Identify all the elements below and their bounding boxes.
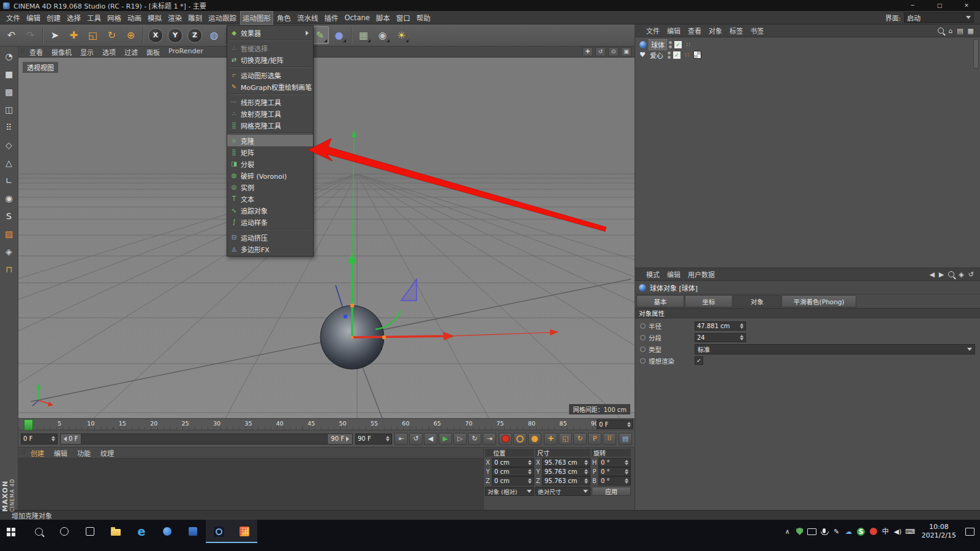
object-name[interactable]: 球体: [649, 40, 666, 50]
material-menu-item[interactable]: 编辑: [49, 448, 72, 458]
record-parameter-button[interactable]: P: [588, 433, 601, 445]
rotation-p-field[interactable]: 0 °: [598, 467, 631, 476]
next-frame-button[interactable]: ▷: [453, 433, 467, 445]
stepper-icon[interactable]: [526, 478, 532, 484]
goto-end-button[interactable]: ⇥: [483, 433, 496, 445]
environment-palette-button[interactable]: ▦: [355, 26, 372, 44]
menu-item[interactable]: ⠶克隆: [227, 135, 313, 146]
edge-button[interactable]: e: [129, 520, 154, 543]
menubar-item[interactable]: 流水线: [295, 11, 321, 24]
animation-dot[interactable]: [640, 358, 646, 364]
menu-item[interactable]: ⠖运动图形选集: [227, 69, 313, 81]
record-scale-button[interactable]: ◱: [559, 433, 572, 445]
object-list-scrollbar[interactable]: [973, 39, 979, 69]
viewport-menu-item[interactable]: 选项: [98, 47, 120, 57]
stepper-icon[interactable]: [582, 478, 588, 484]
range-start-grip[interactable]: 0 F: [61, 434, 81, 444]
end-frame-field[interactable]: 90 F: [355, 433, 392, 444]
x-axis-lock-button[interactable]: X: [148, 28, 163, 43]
size-mode-dropdown[interactable]: 绝对尺寸: [535, 487, 590, 496]
record-point-level-button[interactable]: ⠿: [603, 433, 616, 445]
menu-item[interactable]: ◎实例: [227, 181, 313, 193]
undo-button[interactable]: ↶: [2, 26, 20, 44]
stepper-icon[interactable]: [625, 422, 631, 427]
cortana-button[interactable]: [51, 520, 77, 543]
interface-dropdown[interactable]: 启动: [904, 12, 974, 23]
menubar-item[interactable]: 编辑: [24, 11, 43, 24]
z-axis-lock-button[interactable]: Z: [187, 28, 202, 43]
object-name[interactable]: 爱心: [648, 50, 665, 60]
radius-field[interactable]: 47.881 cm: [695, 321, 746, 331]
pan-view-button[interactable]: ✚: [582, 47, 593, 56]
menubar-item[interactable]: 动画: [125, 11, 144, 24]
stepper-icon[interactable]: [623, 478, 628, 484]
move-button[interactable]: ✚: [65, 26, 83, 44]
stepper-icon[interactable]: [738, 323, 744, 329]
size-z-field[interactable]: 95.763 cm: [542, 476, 590, 485]
file-explorer-button[interactable]: [103, 520, 129, 543]
viewport-menu-item[interactable]: 过滤: [120, 47, 142, 57]
segments-field[interactable]: 24: [695, 333, 746, 342]
timeline-scrubber[interactable]: 0 F 90 F: [60, 433, 353, 444]
render-enable-tag[interactable]: ✓: [673, 51, 680, 59]
stepper-icon[interactable]: [384, 436, 390, 441]
record-options-button[interactable]: [528, 433, 541, 445]
visibility-dots[interactable]: [668, 51, 671, 59]
taskbar-clock[interactable]: 10:08 2021/2/15: [916, 523, 962, 540]
menubar-item[interactable]: 角色: [274, 11, 293, 24]
spline-palette-button[interactable]: ✎: [311, 26, 329, 44]
texture-mode-button[interactable]: ▩: [2, 85, 17, 99]
object-manager-menu-item[interactable]: 查看: [684, 26, 705, 36]
render-visibility-dot[interactable]: [669, 45, 672, 48]
y-axis-lock-button[interactable]: Y: [168, 28, 183, 43]
attribute-tab[interactable]: 基本: [636, 295, 684, 307]
object-row[interactable]: ♥爱心✓∷: [635, 50, 980, 60]
record-position-button[interactable]: ✚: [544, 433, 557, 445]
menubar-item[interactable]: 脚本: [374, 11, 393, 24]
cinema4d-app-button[interactable]: [206, 520, 232, 543]
tray-shield-button[interactable]: [794, 520, 806, 543]
menu-item[interactable]: ⣿网格克隆工具: [227, 119, 313, 131]
autokey-button[interactable]: [513, 433, 527, 445]
zoom-view-button[interactable]: ⊙: [608, 47, 619, 56]
animation-dot[interactable]: [640, 335, 646, 340]
close-button[interactable]: ✕: [953, 0, 980, 11]
render-perfect-checkbox[interactable]: [695, 356, 703, 365]
object-list[interactable]: 球体✓∷♥爱心✓∷: [635, 37, 980, 268]
stepper-icon[interactable]: [50, 436, 55, 441]
menu-item[interactable]: ∴暂缓选择: [227, 42, 313, 54]
position-y-field[interactable]: 0 cm: [492, 467, 534, 476]
menubar-item[interactable]: 创建: [44, 11, 63, 24]
attribute-menu-item[interactable]: 编辑: [663, 269, 684, 279]
goto-start-button[interactable]: ⇤: [394, 433, 408, 445]
coordinate-system-button[interactable]: ◍: [205, 26, 223, 44]
points-mode-button[interactable]: ⠿: [2, 121, 17, 134]
camera-palette-button[interactable]: ◉: [374, 26, 391, 44]
play-reverse-button[interactable]: ↺: [409, 433, 423, 445]
tray-cloud-button[interactable]: ☁: [843, 520, 855, 543]
menu-item[interactable]: ◆效果器: [227, 27, 313, 39]
stepper-icon[interactable]: [526, 460, 532, 465]
menu-item[interactable]: ∿追踪对象: [227, 204, 313, 216]
stepper-icon[interactable]: [623, 460, 628, 465]
object-row[interactable]: 球体✓∷: [635, 39, 980, 50]
attribute-menu-item[interactable]: 模式: [643, 269, 663, 279]
menubar-item[interactable]: 网格: [105, 11, 124, 24]
attribute-tab[interactable]: 平滑着色(Phong): [782, 295, 856, 307]
rotation-b-field[interactable]: 0 °: [598, 476, 631, 485]
object-manager-menu-item[interactable]: 书签: [747, 26, 767, 36]
attribute-tab[interactable]: 对象: [733, 295, 781, 307]
current-frame-field[interactable]: 0 F: [21, 433, 58, 444]
menubar-item[interactable]: 窗口: [394, 11, 413, 24]
tray-mic-button[interactable]: [818, 520, 831, 543]
y-handle-arrowhead[interactable]: [348, 252, 356, 263]
editor-visibility-dot[interactable]: [668, 51, 671, 54]
viewport-menu-item[interactable]: 查看: [25, 47, 47, 57]
make-editable-button[interactable]: ◔: [2, 50, 17, 63]
snap-button[interactable]: S: [2, 209, 17, 223]
menubar-item[interactable]: 模拟: [145, 11, 164, 24]
menubar-item[interactable]: 帮助: [414, 11, 433, 24]
material-menu-item[interactable]: 创建: [26, 448, 49, 458]
menu-item[interactable]: ◬多边形FX: [227, 243, 313, 255]
menubar-item[interactable]: 运动图形: [240, 11, 273, 24]
